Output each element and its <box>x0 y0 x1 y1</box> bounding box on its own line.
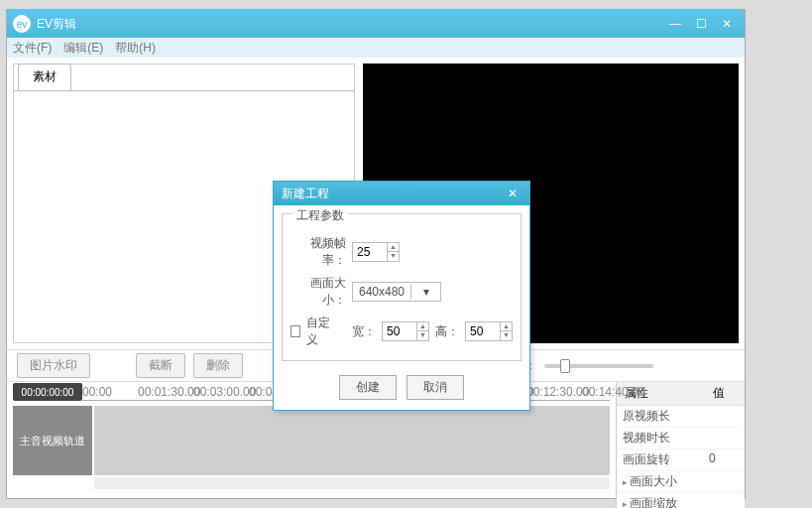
new-project-dialog: 新建工程 ✕ 工程参数 视频帧率： ▲▼ 画面大小： 640x480 ▾ 自定义… <box>273 181 530 411</box>
w-up-icon[interactable]: ▲ <box>416 322 428 331</box>
project-params-fieldset: 工程参数 视频帧率： ▲▼ 画面大小： 640x480 ▾ 自定义 宽： ▲▼ … <box>282 213 522 361</box>
title-bar: ev EV剪辑 — ☐ ✕ <box>7 10 745 38</box>
menu-file[interactable]: 文件(F) <box>13 40 52 57</box>
menu-bar: 文件(F) 编辑(E) 帮助(H) <box>7 38 745 58</box>
custom-label: 自定义 <box>306 315 334 348</box>
size-value: 640x480 <box>353 285 410 299</box>
dialog-title-bar: 新建工程 ✕ <box>274 182 529 205</box>
fps-up-icon[interactable]: ▲ <box>387 243 399 252</box>
prop-value <box>709 408 739 425</box>
dialog-title: 新建工程 <box>282 186 504 202</box>
prop-key: 原视频长 <box>623 408 709 425</box>
maximize-button[interactable]: ☐ <box>689 14 713 34</box>
dropdown-icon[interactable]: ▾ <box>410 285 440 299</box>
h-up-icon[interactable]: ▲ <box>500 322 512 331</box>
prop-key: 视频时长 <box>623 430 709 446</box>
cancel-button[interactable]: 取消 <box>406 375 464 400</box>
prop-value: 0 <box>709 451 739 468</box>
fieldset-legend: 工程参数 <box>292 207 348 224</box>
watermark-button[interactable]: 图片水印 <box>17 353 90 378</box>
window-title: EV剪辑 <box>37 16 661 33</box>
prop-key: 画面大小 <box>623 473 709 490</box>
zoom-thumb[interactable] <box>560 359 570 373</box>
menu-help[interactable]: 帮助(H) <box>115 40 156 57</box>
cut-button[interactable]: 截断 <box>136 353 185 378</box>
fps-label: 视频帧率： <box>290 235 346 269</box>
fps-spinner[interactable]: ▲▼ <box>352 242 400 262</box>
property-row[interactable]: 画面大小 <box>617 471 745 493</box>
time-tick: 00:03:00.00 <box>193 385 256 399</box>
prop-key: 画面缩放 <box>623 495 709 508</box>
time-tick: 00:12:30.00 <box>526 385 589 399</box>
property-row[interactable]: 画面缩放 <box>617 493 745 508</box>
create-button[interactable]: 创建 <box>339 375 397 400</box>
tab-material[interactable]: 素材 <box>18 64 71 90</box>
prop-value <box>709 495 739 508</box>
height-label: 高： <box>435 323 459 340</box>
size-select[interactable]: 640x480 ▾ <box>352 282 441 302</box>
property-row[interactable]: 视频时长 <box>617 428 745 449</box>
track-header: 主音视频轨道 <box>13 406 92 475</box>
time-tick: 00:00 <box>82 385 112 399</box>
app-logo-icon: ev <box>13 15 31 33</box>
minimize-button[interactable]: — <box>663 14 687 34</box>
size-label: 画面大小： <box>290 275 346 309</box>
prop-value <box>709 430 739 446</box>
dialog-buttons: 创建 取消 <box>274 369 529 410</box>
prop-value <box>709 473 739 490</box>
time-tick: 00:14:40.00 <box>582 385 644 399</box>
track-body[interactable] <box>94 406 610 475</box>
property-row[interactable]: 画面旋转0 <box>617 449 745 471</box>
time-counter: 00:00:00:00 <box>13 383 82 401</box>
dialog-close-button[interactable]: ✕ <box>504 187 522 200</box>
close-button[interactable]: ✕ <box>715 14 739 34</box>
prop-col-value: 值 <box>705 382 745 405</box>
width-input[interactable] <box>383 322 416 340</box>
time-tick: 00:01:30.00 <box>138 385 200 399</box>
width-label: 宽： <box>352 323 376 340</box>
properties-panel: 属性 值 原视频长视频时长画面旋转0画面大小画面缩放 <box>616 382 745 508</box>
prop-key: 画面旋转 <box>623 451 709 468</box>
width-spinner[interactable]: ▲▼ <box>382 321 429 341</box>
w-down-icon[interactable]: ▼ <box>416 331 428 340</box>
height-input[interactable] <box>466 322 500 340</box>
height-spinner[interactable]: ▲▼ <box>465 321 513 341</box>
timeline-scrollbar[interactable] <box>94 477 610 489</box>
delete-button[interactable]: 删除 <box>193 353 243 378</box>
fps-input[interactable] <box>353 243 387 261</box>
property-row[interactable]: 原视频长 <box>617 406 745 428</box>
fps-down-icon[interactable]: ▼ <box>387 252 399 261</box>
zoom-slider[interactable] <box>544 364 653 368</box>
h-down-icon[interactable]: ▼ <box>500 331 512 340</box>
custom-checkbox[interactable] <box>290 325 300 337</box>
menu-edit[interactable]: 编辑(E) <box>63 40 103 57</box>
